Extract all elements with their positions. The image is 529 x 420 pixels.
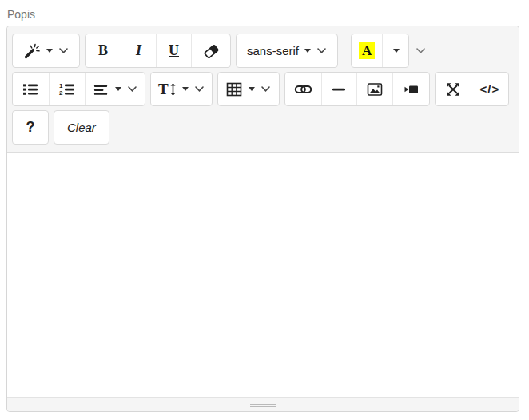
caret-down-icon: [182, 87, 189, 91]
magic-wand-icon: [23, 42, 41, 60]
line-height-group: T: [150, 72, 213, 106]
highlight-color-icon: A: [359, 42, 375, 60]
chevron-down-icon: [416, 34, 426, 68]
ordered-list-button[interactable]: 1 2: [49, 73, 86, 105]
italic-icon: I: [136, 42, 141, 59]
caret-down-icon: [115, 87, 121, 91]
link-button[interactable]: [285, 73, 321, 105]
svg-text:2: 2: [59, 89, 63, 97]
caret-down-icon: [393, 49, 400, 53]
table-group: [217, 72, 280, 106]
grip-line: [250, 402, 276, 402]
minus-icon: [330, 81, 348, 98]
link-icon: [294, 81, 312, 98]
chevron-down-icon: [194, 85, 205, 93]
paragraph-dropdown[interactable]: [85, 73, 144, 105]
insert-group: [284, 72, 430, 106]
font-family-group: sans-serif: [236, 34, 338, 68]
style-group: [12, 34, 80, 68]
paragraph-group: 1 2: [12, 72, 145, 106]
code-icon: </>: [480, 82, 500, 96]
video-button[interactable]: [392, 73, 429, 105]
toolbar-row-3: ? Clear: [12, 110, 514, 145]
field-label: Popis: [7, 8, 529, 21]
chevron-down-icon: [127, 85, 137, 93]
codeview-button[interactable]: </>: [471, 73, 508, 105]
caret-down-icon: [249, 87, 255, 91]
clear-button[interactable]: Clear: [54, 111, 109, 144]
ordered-list-icon: 1 2: [58, 81, 76, 98]
clear-formatting-button[interactable]: [191, 34, 230, 67]
rich-text-editor: B I U: [6, 26, 519, 412]
fullscreen-button[interactable]: [436, 73, 471, 105]
toolbar-row-2: 1 2: [12, 72, 514, 106]
unordered-list-icon: [22, 81, 39, 98]
style-dropdown-button[interactable]: [13, 34, 79, 67]
underline-button[interactable]: U: [156, 34, 191, 67]
picture-button[interactable]: [356, 73, 392, 105]
color-dropdown-toggle[interactable]: [382, 34, 408, 67]
chevron-down-icon: [316, 47, 327, 54]
editor-toolbar: B I U: [7, 26, 519, 153]
bold-icon: B: [98, 42, 108, 59]
svg-text:1: 1: [59, 82, 63, 89]
clear-group: Clear: [54, 110, 109, 145]
fullscreen-icon: [444, 81, 462, 98]
recent-color-button[interactable]: A: [352, 34, 382, 67]
caret-down-icon: [46, 49, 53, 53]
unordered-list-button[interactable]: [13, 73, 49, 105]
help-icon: ?: [26, 119, 35, 136]
font-style-group: B I U: [85, 34, 231, 68]
help-button[interactable]: ?: [13, 111, 48, 144]
eraser-icon: [202, 42, 220, 60]
horizontal-rule-button[interactable]: [321, 73, 357, 105]
line-height-dropdown[interactable]: T: [151, 73, 212, 105]
font-family-dropdown[interactable]: sans-serif: [237, 34, 337, 67]
table-dropdown[interactable]: [218, 73, 279, 105]
font-family-value: sans-serif: [247, 44, 299, 57]
bold-button[interactable]: B: [86, 34, 121, 67]
picture-icon: [366, 81, 384, 98]
resize-grip[interactable]: [250, 400, 276, 409]
text-height-icon: T: [158, 81, 177, 98]
underline-icon: U: [169, 42, 179, 59]
color-group: A: [351, 34, 409, 68]
view-group: </>: [435, 72, 509, 106]
video-icon: [402, 81, 420, 98]
grip-line: [250, 406, 276, 407]
align-left-icon: [93, 81, 109, 98]
clear-button-label: Clear: [67, 121, 96, 134]
editing-area[interactable]: [7, 153, 519, 397]
toolbar-row-1: B I U: [12, 34, 514, 68]
italic-button[interactable]: I: [121, 34, 156, 67]
help-group: ?: [12, 110, 49, 145]
chevron-down-icon: [261, 85, 271, 93]
table-icon: [225, 81, 243, 98]
caret-down-icon: [304, 49, 311, 53]
grip-line: [250, 404, 276, 405]
editor-statusbar: [7, 397, 519, 411]
chevron-down-icon: [58, 47, 69, 54]
